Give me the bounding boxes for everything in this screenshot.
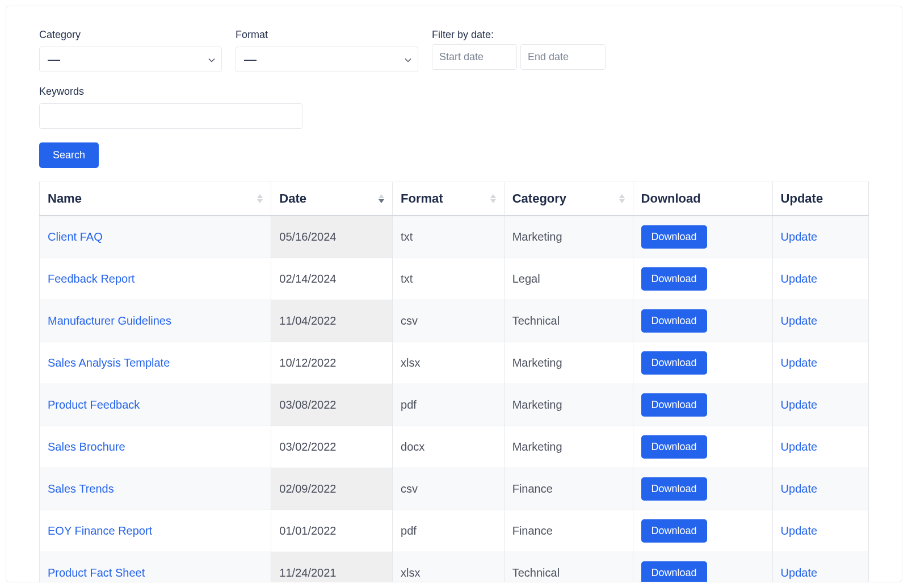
table-row: Product Fact Sheet11/24/2021xlsxTechnica…: [40, 552, 869, 583]
document-date: 11/24/2021: [271, 552, 393, 583]
document-name-link[interactable]: Sales Trends: [48, 482, 114, 495]
keywords-label: Keywords: [39, 86, 302, 98]
table-row: Sales Analysis Template10/12/2022xlsxMar…: [40, 342, 869, 384]
document-name-link[interactable]: Client FAQ: [48, 230, 103, 243]
document-name-link[interactable]: EOY Finance Report: [48, 524, 152, 537]
table-row: Product Feedback03/08/2022pdfMarketingDo…: [40, 384, 869, 426]
document-category: Technical: [504, 552, 633, 583]
search-button[interactable]: Search: [39, 142, 99, 168]
col-header-name-text: Name: [48, 191, 82, 205]
col-header-date-text: Date: [279, 191, 306, 205]
col-header-date[interactable]: Date: [271, 182, 393, 216]
document-name-link[interactable]: Product Feedback: [48, 398, 140, 411]
document-category: Legal: [504, 258, 633, 300]
document-name-link[interactable]: Manufacturer Guidelines: [48, 314, 171, 327]
document-format: pdf: [393, 510, 505, 552]
document-name-link[interactable]: Sales Analysis Template: [48, 356, 170, 369]
table-row: EOY Finance Report01/01/2022pdfFinanceDo…: [40, 510, 869, 552]
update-link[interactable]: Update: [781, 398, 818, 411]
document-format: xlsx: [393, 342, 505, 384]
download-button[interactable]: Download: [641, 435, 707, 459]
col-header-format[interactable]: Format: [393, 182, 505, 216]
table-row: Manufacturer Guidelines11/04/2022csvTech…: [40, 300, 869, 342]
update-link[interactable]: Update: [781, 356, 818, 369]
sort-icon: [490, 194, 496, 203]
document-format: txt: [393, 258, 505, 300]
document-format: pdf: [393, 384, 505, 426]
end-date-input[interactable]: [520, 44, 606, 70]
document-format: docx: [393, 426, 505, 468]
document-date: 03/02/2022: [271, 426, 393, 468]
col-header-name[interactable]: Name: [40, 182, 271, 216]
document-format: txt: [393, 216, 505, 258]
col-header-category[interactable]: Category: [504, 182, 633, 216]
document-category: Marketing: [504, 426, 633, 468]
table-row: Client FAQ05/16/2024txtMarketingDownload…: [40, 216, 869, 258]
col-header-format-text: Format: [401, 191, 443, 205]
document-category: Marketing: [504, 342, 633, 384]
keywords-input[interactable]: [39, 103, 302, 129]
col-header-update: Update: [772, 182, 868, 216]
update-link[interactable]: Update: [781, 524, 818, 537]
document-date: 05/16/2024: [271, 216, 393, 258]
date-filter-label: Filter by date:: [432, 29, 606, 41]
download-button[interactable]: Download: [641, 519, 707, 543]
sort-icon: [619, 194, 625, 203]
format-select[interactable]: —: [236, 47, 418, 72]
download-button[interactable]: Download: [641, 351, 707, 375]
document-date: 10/12/2022: [271, 342, 393, 384]
document-format: csv: [393, 300, 505, 342]
sort-icon: [379, 194, 384, 203]
documents-table: Name Date Format: [39, 182, 869, 582]
col-header-download: Download: [633, 182, 772, 216]
document-date: 03/08/2022: [271, 384, 393, 426]
document-date: 02/09/2022: [271, 468, 393, 510]
download-button[interactable]: Download: [641, 393, 707, 417]
download-button[interactable]: Download: [641, 561, 707, 582]
update-link[interactable]: Update: [781, 272, 818, 285]
document-category: Marketing: [504, 384, 633, 426]
download-button[interactable]: Download: [641, 309, 707, 333]
category-select[interactable]: —: [39, 47, 222, 72]
download-button[interactable]: Download: [641, 267, 707, 291]
col-header-category-text: Category: [512, 191, 566, 205]
update-link[interactable]: Update: [781, 440, 818, 453]
document-date: 01/01/2022: [271, 510, 393, 552]
download-button[interactable]: Download: [641, 477, 707, 501]
update-link[interactable]: Update: [781, 566, 818, 579]
document-category: Finance: [504, 468, 633, 510]
update-link[interactable]: Update: [781, 482, 818, 495]
document-format: csv: [393, 468, 505, 510]
table-row: Sales Trends02/09/2022csvFinanceDownload…: [40, 468, 869, 510]
document-category: Marketing: [504, 216, 633, 258]
format-label: Format: [236, 29, 418, 41]
sort-icon: [257, 194, 263, 203]
update-link[interactable]: Update: [781, 314, 818, 327]
table-row: Feedback Report02/14/2024txtLegalDownloa…: [40, 258, 869, 300]
category-label: Category: [39, 29, 222, 41]
update-link[interactable]: Update: [781, 230, 818, 243]
document-format: xlsx: [393, 552, 505, 583]
document-name-link[interactable]: Feedback Report: [48, 272, 134, 285]
start-date-input[interactable]: [432, 44, 517, 70]
document-date: 11/04/2022: [271, 300, 393, 342]
download-button[interactable]: Download: [641, 225, 707, 249]
document-category: Technical: [504, 300, 633, 342]
table-row: Sales Brochure03/02/2022docxMarketingDow…: [40, 426, 869, 468]
document-name-link[interactable]: Sales Brochure: [48, 440, 125, 453]
document-name-link[interactable]: Product Fact Sheet: [48, 566, 145, 579]
document-date: 02/14/2024: [271, 258, 393, 300]
document-category: Finance: [504, 510, 633, 552]
